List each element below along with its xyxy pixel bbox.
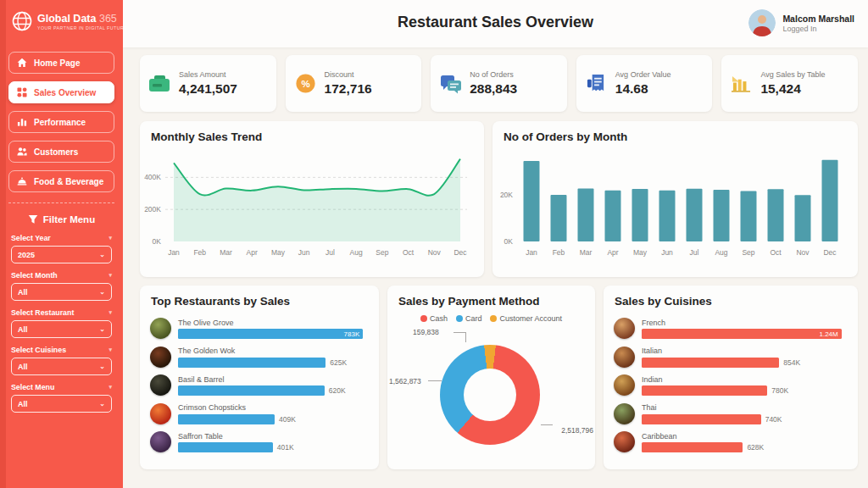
filter-group-month: Select Month▾ All⌄ [11,271,112,301]
svg-text:Apr: Apr [607,248,618,257]
sidebar-item-home-page[interactable]: Home Page [8,52,114,74]
legend-card[interactable]: Card [456,314,482,323]
restaurant-row[interactable]: Saffron Table 401K401K [150,428,369,457]
svg-text:Sep: Sep [742,248,754,257]
kpi-avg-sales-by-table: Avg Sales by Table15,424 [721,55,858,112]
sidebar-item-food-beverage[interactable]: Food & Beverage [8,170,114,192]
restaurant-row[interactable]: The Golden Wok 625K625K [150,343,369,372]
svg-text:Jan: Jan [526,248,537,257]
percent-icon: % [294,72,317,95]
top-restaurants-card: Top Restaurants by Sales The Olive Grove… [140,286,379,469]
svg-text:Feb: Feb [193,248,206,257]
chevron-down-icon: ▾ [108,384,112,391]
chevron-down-icon: ⌄ [99,325,105,333]
svg-text:Nov: Nov [428,248,442,257]
kpi-discount: % Discount172,716 [286,55,422,112]
svg-text:0K: 0K [153,237,162,246]
cuisine-row[interactable]: Indian 780K780K [614,371,848,400]
user-block[interactable]: Malcom Marshall Logged In [748,9,854,36]
svg-text:Aug: Aug [350,248,363,257]
payment-donut-chart[interactable] [440,345,540,445]
restaurant-logo [150,318,171,339]
dashboard-icon [17,87,27,97]
chart-title: No of Orders by Month [492,121,858,145]
restaurant-logo [150,347,171,368]
filter-label: Select Month▾ [11,271,112,280]
funnel-icon [28,214,38,225]
cuisine-row[interactable]: Caribbean 628K628K [614,428,848,457]
svg-text:Aug: Aug [715,248,727,257]
cuisine-photo [614,403,635,424]
month-select[interactable]: All⌄ [11,283,112,301]
filter-menu-title: Filter Menu [0,214,123,225]
svg-text:Apr: Apr [247,248,258,257]
restaurant-select[interactable]: All⌄ [11,320,112,338]
logo-title: Global Data 365 [37,13,127,25]
chevron-down-icon: ▾ [108,347,112,353]
customer-account-callout: 159,838 [413,328,439,336]
nav-label: Performance [34,118,86,127]
user-name: Malcom Marshall [782,14,854,24]
kpi-row: Sales Amount4,241,507 % Discount172,716 … [140,55,858,112]
svg-text:Jun: Jun [661,248,673,257]
orders-icon [439,72,462,95]
cuisine-photo [614,347,635,368]
filter-label: Select Restaurant▾ [11,308,112,317]
content: Sales Amount4,241,507 % Discount172,716 … [123,47,868,469]
monthly-sales-trend-chart[interactable]: 0K200K400KJanFebMarAprMayJunJulAugSepOct… [140,147,474,267]
svg-text:May: May [633,248,648,257]
logo: Global Data 365 YOUR PARTNER IN DIGITAL … [0,0,123,40]
cuisine-row[interactable]: Thai 740K740K [614,400,848,429]
svg-text:%: % [301,79,309,89]
nav-label: Food & Beverage [34,177,103,186]
callout-line [453,332,465,333]
restaurant-row[interactable]: The Olive Grove 783K783K [150,314,369,343]
filter-label: Select Year▾ [11,234,112,242]
filter-group-restaurant: Select Restaurant▾ All⌄ [11,308,112,338]
dashed-divider [8,202,114,203]
cuisine-photo [614,431,635,452]
legend-cash[interactable]: Cash [420,314,448,323]
sidebar-item-sales-overview[interactable]: Sales Overview [8,81,114,103]
sidebar-item-customers[interactable]: Customers [8,141,114,163]
cuisines-select[interactable]: All⌄ [11,358,112,375]
svg-text:Oct: Oct [403,248,415,257]
year-select[interactable]: 2025⌄ [11,246,112,263]
chart-title: Sales by Cuisines [604,286,858,309]
cuisine-row[interactable]: Italian 854K854K [614,343,848,372]
wallet-icon [148,72,171,95]
receipt-icon [585,72,608,95]
filter-group-year: Select Year▾ 2025⌄ [11,234,112,263]
cash-dot-icon [420,315,427,322]
svg-text:Sep: Sep [376,248,388,257]
filter-group-cuisines: Select Cuisines▾ All⌄ [11,346,112,375]
sidebar: Global Data 365 YOUR PARTNER IN DIGITAL … [0,0,123,488]
kpi-sales-amount: Sales Amount4,241,507 [140,55,276,112]
globe-logo-icon [12,11,32,31]
bar-chart-icon [17,117,27,127]
sidebar-item-performance[interactable]: Performance [8,111,114,133]
chevron-down-icon: ⌄ [99,363,105,370]
orders-by-month-chart[interactable]: 0K20KJanFebMarAprMayJunJulAugSepOctNovDe… [492,147,849,267]
svg-text:May: May [271,248,286,257]
avatar [748,9,776,36]
restaurant-row[interactable]: Basil & Barrel 620K620K [150,371,369,400]
restaurant-logo [150,374,171,396]
chart-title: Monthly Sales Trend [140,121,484,145]
payment-legend: Cash Card Customer Account [387,314,595,323]
filter-label: Select Menu▾ [11,383,112,391]
main-area: Restaurant Sales Overview Malcom Marshal… [123,0,868,488]
payment-method-card: Sales by Payment Method Cash Card Custom… [387,286,595,469]
restaurant-row[interactable]: Crimson Chopsticks 409K409K [150,400,369,429]
svg-text:Dec: Dec [453,248,467,257]
chevron-down-icon: ▾ [108,272,112,279]
menu-select[interactable]: All⌄ [11,395,112,413]
customers-icon [17,147,27,157]
legend-customer-account[interactable]: Customer Account [490,314,562,323]
chevron-down-icon: ▾ [108,235,112,241]
cuisine-row[interactable]: French 1.24M1.24M [614,314,848,343]
home-icon [17,58,27,68]
cuisine-photo [614,318,635,339]
chevron-down-icon: ⌄ [99,251,105,258]
chart-title: Top Restaurants by Sales [140,286,379,309]
